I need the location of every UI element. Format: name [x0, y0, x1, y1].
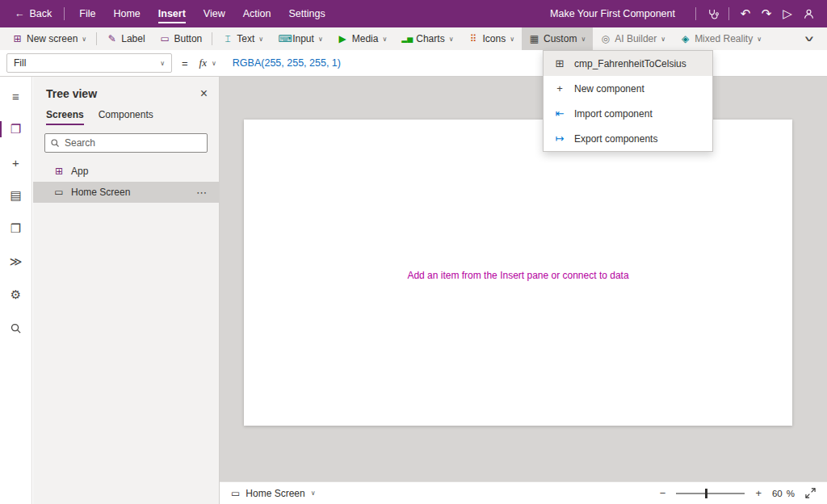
- menu-settings[interactable]: Settings: [279, 0, 334, 27]
- fx-selector[interactable]: fx ∨: [199, 57, 216, 69]
- search-box: [44, 133, 208, 153]
- screen-selector-label: Home Screen: [246, 488, 304, 499]
- tree-item-label: Home Screen: [71, 187, 130, 198]
- icons-icon: ⠿: [468, 33, 478, 44]
- mixed-reality-dropdown[interactable]: ◈ Mixed Reality ∨: [673, 27, 769, 50]
- app-checker-icon[interactable]: [702, 2, 723, 25]
- play-preview-icon[interactable]: ▷: [777, 2, 798, 25]
- tree-item-app[interactable]: ⊞ App: [33, 161, 219, 182]
- chevron-down-icon: ∨: [757, 36, 762, 43]
- text-dropdown[interactable]: ⌶ Text ∨: [215, 27, 271, 50]
- formula-input[interactable]: RGBA(255, 255, 255, 1): [233, 57, 341, 69]
- mixed-reality-label: Mixed Reality: [695, 33, 753, 44]
- new-component-label: New component: [574, 83, 644, 94]
- data-sources-icon[interactable]: ▤: [0, 186, 32, 205]
- export-icon: ↦: [553, 132, 566, 145]
- export-components-label: Export components: [574, 133, 657, 145]
- mixed-reality-icon: ◈: [680, 33, 691, 44]
- property-selector[interactable]: Fill ∨: [6, 53, 172, 73]
- insert-ribbon: ⊞ New screen ∨ ✎ Label ▭ Button ⌶ Text ∨…: [0, 27, 827, 50]
- zoom-value: 60 %: [772, 489, 795, 498]
- fx-icon: fx: [199, 57, 207, 69]
- ribbon-divider: [96, 32, 97, 45]
- charts-icon: ▂▅: [401, 35, 412, 43]
- custom-dropdown[interactable]: ▦ Custom ∨: [522, 27, 593, 50]
- custom-components-menu: ⊞ cmp_FahrenheitToCelsius + New componen…: [543, 50, 713, 152]
- chevron-down-icon: ∨: [311, 489, 316, 497]
- chevron-down-icon: ∨: [258, 36, 263, 43]
- charts-label: Charts: [416, 33, 444, 44]
- account-icon[interactable]: [798, 2, 819, 25]
- text-label: Text: [237, 33, 254, 44]
- ribbon-collapse-chevron-icon[interactable]: ∨: [803, 34, 815, 43]
- ai-builder-label: AI Builder: [615, 33, 657, 44]
- search-icon[interactable]: [0, 318, 32, 338]
- menu-item-export-components[interactable]: ↦ Export components: [544, 126, 712, 151]
- back-arrow-icon: ←: [15, 8, 25, 19]
- ai-builder-dropdown[interactable]: ◎ AI Builder ∨: [593, 27, 673, 50]
- text-icon: ⌶: [222, 33, 233, 44]
- canvas-bottom-bar: ▭ Home Screen ∨ − + 60 %: [220, 481, 827, 504]
- zoom-in-button[interactable]: +: [755, 487, 762, 499]
- screen-icon: ▭: [53, 187, 65, 198]
- menu-item-import-component[interactable]: ⇤ Import component: [544, 101, 712, 126]
- tab-screens[interactable]: Screens: [46, 106, 84, 125]
- close-icon[interactable]: ×: [200, 87, 208, 100]
- input-label: Input: [292, 33, 314, 44]
- tree-view-icon[interactable]: ❐: [0, 120, 32, 139]
- power-automate-icon[interactable]: ≫: [0, 252, 32, 271]
- undo-icon[interactable]: ↶: [735, 2, 756, 25]
- menu-home[interactable]: Home: [104, 0, 149, 27]
- advanced-tools-icon[interactable]: ⚙: [0, 285, 32, 304]
- charts-dropdown[interactable]: ▂▅ Charts ∨: [394, 27, 460, 50]
- screen-artboard[interactable]: Add an item from the Insert pane or conn…: [244, 120, 792, 426]
- menu-file[interactable]: File: [70, 0, 104, 27]
- app-title: Make Your First Component: [550, 8, 675, 19]
- import-component-label: Import component: [574, 108, 653, 120]
- zoom-slider-handle[interactable]: [705, 489, 707, 498]
- back-button[interactable]: ← Back: [8, 8, 58, 19]
- ai-builder-icon: ◎: [600, 33, 611, 44]
- tab-components[interactable]: Components: [99, 106, 153, 125]
- menu-insert[interactable]: Insert: [149, 0, 195, 27]
- app-icon: ⊞: [53, 166, 65, 177]
- canvas-workspace: Add an item from the Insert pane or conn…: [220, 77, 827, 481]
- zoom-out-button[interactable]: −: [660, 487, 666, 499]
- zoom-controls: − + 60 %: [660, 487, 816, 499]
- top-app-bar: ← Back File Home Insert View Action Sett…: [0, 0, 827, 27]
- panel-title: Tree view: [46, 87, 97, 100]
- property-selector-value: Fill: [14, 57, 26, 69]
- icons-label: Icons: [482, 33, 506, 44]
- redo-icon[interactable]: ↷: [756, 2, 777, 25]
- new-screen-icon: ⊞: [12, 33, 23, 44]
- button-button[interactable]: ▭ Button: [153, 27, 210, 50]
- component-name: cmp_FahrenheitToCelsius: [574, 58, 686, 69]
- menu-item-component[interactable]: ⊞ cmp_FahrenheitToCelsius: [544, 51, 712, 76]
- media-dropdown[interactable]: ▶ Media ∨: [330, 27, 395, 50]
- ribbon-divider: [212, 32, 212, 45]
- overflow-menu-icon[interactable]: ⋯: [196, 187, 208, 199]
- connect-to-data-link[interactable]: connect to data: [563, 270, 629, 281]
- hamburger-menu-icon[interactable]: ≡: [0, 86, 32, 106]
- chevron-down-icon: ∨: [510, 36, 514, 43]
- insert-plus-icon[interactable]: +: [0, 153, 32, 172]
- input-dropdown[interactable]: ⌨ Input ∨: [271, 27, 330, 50]
- menu-action[interactable]: Action: [234, 0, 280, 27]
- left-navigation-rail: ≡ ❐ + ▤ ❒ ≫ ⚙: [0, 77, 32, 504]
- custom-label: Custom: [544, 33, 577, 44]
- new-screen-button[interactable]: ⊞ New screen ∨: [5, 27, 94, 50]
- tree-view-panel: Tree view × Screens Components ⊞ App ▭ H…: [33, 77, 220, 504]
- screen-selector[interactable]: ▭ Home Screen ∨: [231, 488, 316, 499]
- icons-dropdown[interactable]: ⠿ Icons ∨: [460, 27, 522, 50]
- search-input[interactable]: [65, 137, 202, 149]
- label-button[interactable]: ✎ Label: [99, 27, 152, 50]
- zoom-slider[interactable]: [676, 493, 745, 494]
- chevron-down-icon: ∨: [160, 60, 165, 67]
- media-pane-icon[interactable]: ❒: [0, 219, 32, 238]
- menu-view[interactable]: View: [195, 0, 234, 27]
- fit-to-window-icon[interactable]: [805, 488, 816, 498]
- chevron-down-icon: ∨: [212, 60, 216, 67]
- tree-item-home-screen[interactable]: ▭ Home Screen ⋯: [33, 182, 219, 203]
- input-icon: ⌨: [278, 33, 288, 44]
- menu-item-new-component[interactable]: + New component: [544, 76, 712, 101]
